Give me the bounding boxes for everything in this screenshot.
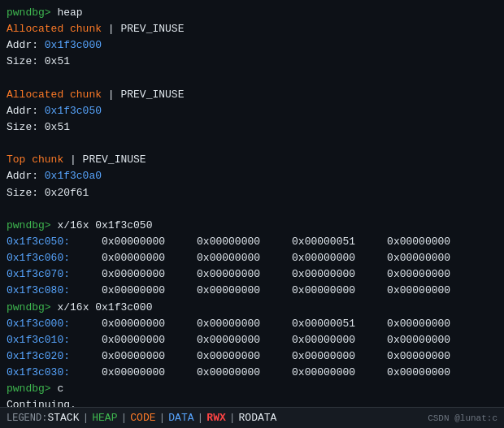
line-2: Allocated chunk | PREV_INUSE	[7, 21, 497, 37]
prompt-3: pwndbg>	[7, 301, 57, 313]
sep-3: |	[159, 412, 166, 424]
hex-row-7: 0x1f3c020: 0x00000000 0x00000000 0x00000…	[7, 348, 497, 365]
legend-label: LEGEND:	[7, 413, 47, 424]
legend-stack: STACK	[47, 412, 79, 424]
line-11: Addr: 0x1f3c0a0	[7, 168, 497, 184]
hex-row-6: 0x1f3c010: 0x00000000 0x00000000 0x00000…	[7, 332, 497, 348]
sep-1: |	[82, 412, 89, 424]
blank-3	[7, 201, 497, 218]
sep-2: |	[120, 412, 127, 424]
line-6: Allocated chunk | PREV_INUSE	[7, 87, 497, 103]
line-7: Addr: 0x1f3c050	[7, 103, 497, 119]
line-10: Top chunk | PREV_INUSE	[7, 152, 497, 168]
terminal: pwndbg> heap Allocated chunk | PREV_INUS…	[0, 0, 504, 428]
legend-rwx: RWX	[206, 412, 225, 424]
blank-2	[7, 136, 497, 152]
prompt-4: pwndbg>	[7, 383, 57, 395]
line-14: pwndbg> x/16x 0x1f3c050	[7, 218, 497, 234]
alloc-label-2: Allocated chunk	[7, 89, 102, 101]
line-continue: pwndbg> c	[7, 381, 497, 397]
alloc-label-1: Allocated chunk	[7, 23, 102, 35]
line-19: pwndbg> x/16x 0x1f3c000	[7, 300, 497, 316]
sep-4: |	[198, 412, 204, 424]
prompt-1: pwndbg>	[7, 6, 57, 19]
sep-5: |	[229, 412, 236, 424]
hex-row-2: 0x1f3c060: 0x00000000 0x00000000 0x00000…	[7, 250, 497, 266]
top-chunk-label: Top chunk	[7, 153, 63, 166]
legend-rodata: RODATA	[239, 412, 277, 424]
cmd-1: heap	[57, 6, 82, 19]
line-3: Addr: 0x1f3c000	[7, 37, 497, 54]
legend-heap: HEAP	[92, 412, 117, 424]
hex-row-1: 0x1f3c050: 0x00000000 0x00000000 0x00000…	[7, 234, 497, 250]
legend-code: CODE	[130, 412, 155, 424]
blank-1	[7, 71, 497, 87]
hex-row-4: 0x1f3c080: 0x00000000 0x00000000 0x00000…	[7, 283, 497, 299]
hex-row-5: 0x1f3c000: 0x00000000 0x00000000 0x00000…	[7, 316, 497, 332]
line-4: Size: 0x51	[7, 54, 497, 70]
legend-data: DATA	[168, 412, 193, 424]
line-12: Size: 0x20f61	[7, 185, 497, 201]
line-8: Size: 0x51	[7, 119, 497, 136]
watermark: CSDN @lunat:c	[428, 413, 497, 423]
hex-row-8: 0x1f3c030: 0x00000000 0x00000000 0x00000…	[7, 365, 497, 381]
line-1: pwndbg> heap	[7, 5, 497, 21]
hex-row-3: 0x1f3c070: 0x00000000 0x00000000 0x00000…	[7, 266, 497, 283]
prompt-2: pwndbg>	[7, 219, 57, 231]
